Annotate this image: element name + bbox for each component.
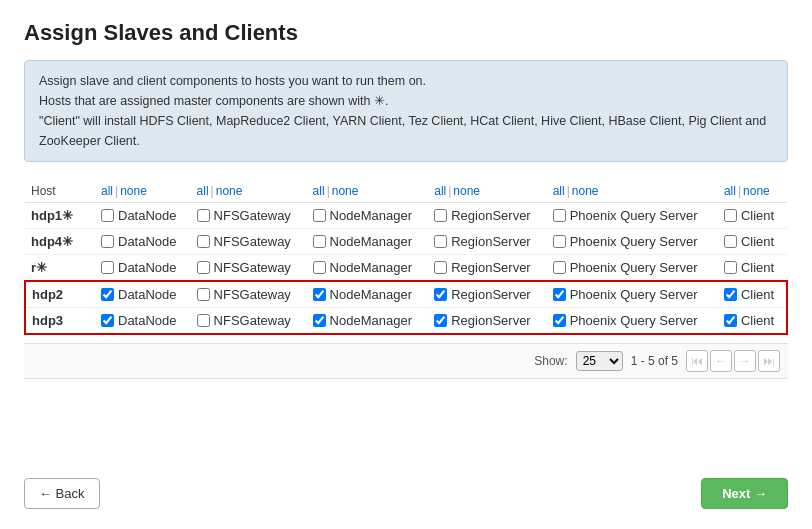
comp-label: NodeManager [330,208,412,223]
client-none-link[interactable]: none [743,184,770,198]
next-button[interactable]: Next → [701,478,788,509]
col-host: Host [25,180,95,203]
comp-label: Phoenix Query Server [570,234,698,249]
nfsgateway-none-link[interactable]: none [216,184,243,198]
phoenix-all-link[interactable]: all [553,184,565,198]
datanode-none-link[interactable]: none [120,184,147,198]
datanode-checkbox[interactable] [101,288,114,301]
comp-cell-regionserver: RegionServer [428,308,546,335]
regionserver-checkbox[interactable] [434,209,447,222]
comp-label: Phoenix Query Server [570,208,698,223]
page-range: 1 - 5 of 5 [631,354,678,368]
comp-cell-nodemanager: NodeManager [307,255,429,282]
nodemanager-checkbox[interactable] [313,209,326,222]
comp-label: Phoenix Query Server [570,313,698,328]
table-row: hdp3DataNodeNFSGatewayNodeManagerRegionS… [25,308,787,335]
footer: ← Back Next → [24,470,788,509]
nodemanager-checkbox[interactable] [313,235,326,248]
nfsgateway-checkbox[interactable] [197,314,210,327]
col-nodemanager: all | none [307,180,429,203]
comp-label: RegionServer [451,208,531,223]
info-box: Assign slave and client components to ho… [24,60,788,162]
pagination-bar: Show: 25 10 50 100 1 - 5 of 5 ⏮ ← → ⏭ [24,343,788,379]
client-all-link[interactable]: all [724,184,736,198]
datanode-checkbox[interactable] [101,209,114,222]
page-title: Assign Slaves and Clients [24,20,788,46]
prev-page-button[interactable]: ← [710,350,732,372]
nfsgateway-checkbox[interactable] [197,288,210,301]
table-row: hdp2DataNodeNFSGatewayNodeManagerRegionS… [25,281,787,308]
comp-cell-client: Client [718,308,787,335]
comp-label: DataNode [118,234,177,249]
regionserver-none-link[interactable]: none [453,184,480,198]
sep2: | [211,184,214,198]
comp-cell-nfsgateway: NFSGateway [191,281,307,308]
comp-label: NodeManager [330,287,412,302]
comp-label: Phoenix Query Server [570,260,698,275]
table-row: hdp4✳DataNodeNFSGatewayNodeManagerRegion… [25,229,787,255]
client-checkbox[interactable] [724,209,737,222]
comp-cell-client: Client [718,281,787,308]
first-page-button[interactable]: ⏮ [686,350,708,372]
nodemanager-checkbox[interactable] [313,288,326,301]
nodemanager-checkbox[interactable] [313,314,326,327]
client-checkbox[interactable] [724,235,737,248]
back-button[interactable]: ← Back [24,478,100,509]
client-checkbox[interactable] [724,288,737,301]
client-checkbox[interactable] [724,261,737,274]
nfsgateway-checkbox[interactable] [197,261,210,274]
next-page-button[interactable]: → [734,350,756,372]
phoenix-query-server-checkbox[interactable] [553,288,566,301]
phoenix-query-server-checkbox[interactable] [553,261,566,274]
table-row: hdp1✳DataNodeNFSGatewayNodeManagerRegion… [25,203,787,229]
comp-label: NodeManager [330,313,412,328]
nfsgateway-all-link[interactable]: all [197,184,209,198]
regionserver-checkbox[interactable] [434,314,447,327]
regionserver-checkbox[interactable] [434,261,447,274]
nfsgateway-checkbox[interactable] [197,235,210,248]
assign-table: Host all | none all | none [24,180,788,335]
comp-label: NFSGateway [214,313,291,328]
comp-cell-datanode: DataNode [95,281,191,308]
host-cell: hdp1✳ [25,203,95,229]
comp-cell-nfsgateway: NFSGateway [191,255,307,282]
comp-label: NFSGateway [214,260,291,275]
phoenix-query-server-checkbox[interactable] [553,314,566,327]
show-label: Show: [534,354,567,368]
datanode-all-link[interactable]: all [101,184,113,198]
nodemanager-none-link[interactable]: none [332,184,359,198]
comp-label: Client [741,287,774,302]
comp-label: NFSGateway [214,208,291,223]
datanode-checkbox[interactable] [101,314,114,327]
phoenix-none-link[interactable]: none [572,184,599,198]
sep6: | [738,184,741,198]
nodemanager-checkbox[interactable] [313,261,326,274]
client-checkbox[interactable] [724,314,737,327]
last-page-button[interactable]: ⏭ [758,350,780,372]
col-nfsgateway: all | none [191,180,307,203]
host-cell: r✳ [25,255,95,282]
comp-label: NFSGateway [214,234,291,249]
comp-label: Client [741,260,774,275]
comp-label: DataNode [118,208,177,223]
table-header-row: Host all | none all | none [25,180,787,203]
nodemanager-all-link[interactable]: all [313,184,325,198]
comp-cell-nodemanager: NodeManager [307,281,429,308]
per-page-select[interactable]: 25 10 50 100 [576,351,623,371]
datanode-checkbox[interactable] [101,261,114,274]
phoenix-query-server-checkbox[interactable] [553,235,566,248]
comp-label: Phoenix Query Server [570,287,698,302]
comp-cell-phoenix-query-server: Phoenix Query Server [547,308,718,335]
datanode-checkbox[interactable] [101,235,114,248]
regionserver-all-link[interactable]: all [434,184,446,198]
info-line1: Assign slave and client components to ho… [39,71,773,91]
phoenix-query-server-checkbox[interactable] [553,209,566,222]
nfsgateway-checkbox[interactable] [197,209,210,222]
comp-label: Client [741,234,774,249]
comp-cell-client: Client [718,203,787,229]
col-regionserver: all | none [428,180,546,203]
comp-cell-datanode: DataNode [95,203,191,229]
comp-cell-datanode: DataNode [95,308,191,335]
regionserver-checkbox[interactable] [434,288,447,301]
regionserver-checkbox[interactable] [434,235,447,248]
